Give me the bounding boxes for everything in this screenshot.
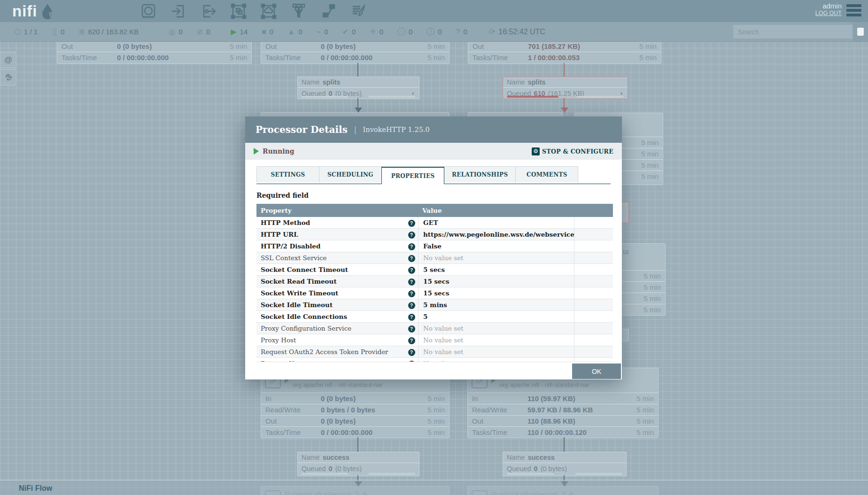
remote-process-group-icon[interactable] (259, 2, 278, 21)
connection-line (564, 437, 565, 452)
up-arrow-icon: ↑ (397, 28, 405, 36)
property-row[interactable]: Socket Connect Timeout?5 secs (256, 264, 613, 276)
breadcrumb[interactable]: NiFi Flow (19, 484, 52, 493)
property-value[interactable]: 15 secs (418, 276, 574, 287)
help-icon[interactable]: ? (408, 302, 415, 309)
template-icon[interactable] (319, 2, 338, 21)
help-icon[interactable]: ? (408, 255, 415, 262)
queue-size-bar (507, 96, 558, 98)
connection-label-splits-left[interactable]: Namesplits Queued0(0 bytes)◐ (297, 77, 419, 99)
help-icon[interactable]: ? (408, 278, 415, 286)
not-transmitting-status: ⊘0 (197, 27, 210, 36)
ok-button[interactable]: OK (572, 364, 621, 379)
help-icon[interactable]: ? (408, 290, 415, 297)
property-value[interactable]: No value set (418, 358, 574, 362)
connection-label-success-right[interactable]: Namesuccess Queued0(0 bytes) (503, 452, 627, 476)
property-row[interactable]: Request OAuth2 Access Token Provider?No … (256, 346, 613, 358)
process-group-icon[interactable] (229, 2, 248, 21)
property-value[interactable]: No value set (418, 334, 574, 346)
help-icon[interactable]: ? (408, 220, 415, 227)
tab-comments[interactable]: COMMENTS (515, 166, 578, 183)
user-area: admin LOG OUT (815, 2, 842, 16)
label-icon[interactable] (349, 2, 368, 21)
refresh-icon[interactable]: ⟳ (489, 27, 495, 36)
property-value[interactable]: No value set (418, 346, 574, 357)
property-value[interactable]: No value set (418, 323, 574, 334)
transmitting-status: ◎0 (169, 27, 182, 36)
property-value[interactable]: No value set (418, 252, 574, 263)
processor-top-mid[interactable]: Out0 (0 bytes)5 min Tasks/Time0 / 00:00:… (261, 40, 450, 64)
global-menu-button[interactable] (846, 4, 861, 17)
processor-top-left[interactable]: Out0 (0 bytes)5 min Tasks/Time0 / 00:00:… (57, 40, 252, 64)
stat-row: Tasks/Time0 / 00:00:00.0005 min (261, 426, 449, 438)
stat-row: Out0 (0 bytes)5 min (57, 41, 251, 52)
property-extra-cell (574, 264, 613, 275)
disabled-bolt-icon: ⌁ (316, 27, 321, 36)
connection-label-success-left[interactable]: Namesuccess Queued0(0 bytes) (297, 452, 419, 476)
help-icon[interactable]: ? (408, 349, 415, 356)
funnel-icon[interactable] (289, 2, 308, 21)
asterisk-icon: ✳ (370, 27, 376, 36)
connection-label-splits-right[interactable]: Namesplits Queued610(161.25 KB)◐ (503, 77, 628, 99)
property-help-cell: ? (405, 254, 418, 262)
birdseye-icon: @ (4, 55, 12, 65)
dialog-header: Processor Details | InvokeHTTP 1.25.0 (245, 116, 622, 143)
queue-bytes-bar (368, 473, 415, 475)
property-extra-cell (574, 229, 613, 240)
property-help-cell: ? (405, 336, 418, 344)
navigate-palette-button[interactable]: @ (0, 52, 16, 68)
property-row[interactable]: Socket Write Timeout?15 secs (256, 287, 613, 299)
help-icon[interactable]: ? (408, 232, 415, 239)
property-value[interactable]: https://www.pegelonline.wsv.de/webservic… (418, 229, 574, 240)
connection-line-red (564, 63, 565, 77)
help-icon[interactable]: ? (408, 267, 415, 274)
operate-palette-button[interactable] (0, 69, 16, 85)
play-icon: ▶ (231, 27, 236, 36)
property-value[interactable]: 5 mins (418, 299, 574, 310)
property-value[interactable]: 15 secs (418, 287, 574, 299)
property-row[interactable]: Proxy Configuration Service?No value set (256, 323, 613, 334)
property-row[interactable]: Socket Read Timeout?15 secs (256, 276, 613, 287)
property-row[interactable]: HTTP URL?https://www.pegelonline.wsv.de/… (256, 229, 613, 240)
tab-properties[interactable]: PROPERTIES (381, 167, 444, 184)
help-icon[interactable]: ? (408, 361, 415, 363)
tab-settings[interactable]: SETTINGS (256, 166, 319, 183)
property-row[interactable]: Request Username?No value set (256, 358, 613, 362)
output-port-icon[interactable] (199, 2, 218, 21)
property-row[interactable]: HTTP/2 Disabled?False (256, 240, 613, 252)
logout-link[interactable]: LOG OUT (815, 10, 842, 16)
property-help-cell: ? (405, 325, 418, 333)
help-icon[interactable]: ? (408, 337, 415, 344)
property-name: Socket Idle Connections (256, 313, 405, 320)
property-value[interactable]: 5 secs (418, 264, 574, 275)
property-value[interactable]: GET (418, 217, 574, 228)
property-row[interactable]: Proxy Host?No value set (256, 334, 613, 346)
help-icon[interactable]: ? (408, 243, 415, 250)
help-icon[interactable]: ? (408, 325, 415, 333)
property-extra-cell (574, 334, 613, 346)
property-value[interactable]: 5 (418, 311, 574, 322)
stop-and-configure-button[interactable]: ⚙ STOP & CONFIGURE (532, 147, 613, 155)
property-value[interactable]: False (418, 240, 574, 252)
exclamation-icon: ! (426, 28, 434, 36)
search-input[interactable] (733, 25, 852, 39)
property-row[interactable]: SSL Context Service?No value set (256, 252, 613, 264)
processor-top-right[interactable]: Out701 (185.27 KB)5 min Tasks/Time1 / 00… (468, 40, 661, 64)
property-row[interactable]: HTTP Method?GET (256, 217, 613, 229)
property-name: Socket Write Timeout (256, 289, 405, 297)
dialog-body: SETTINGS SCHEDULING PROPERTIES RELATIONS… (245, 160, 622, 379)
property-row[interactable]: Socket Idle Timeout?5 mins (256, 299, 613, 311)
help-icon[interactable]: ? (408, 314, 415, 321)
tab-relationships[interactable]: RELATIONSHIPS (444, 166, 516, 183)
tab-scheduling[interactable]: SCHEDULING (319, 166, 382, 183)
processor-component-icon[interactable] (139, 2, 158, 21)
queue-list-icon: ≣ (78, 27, 85, 36)
input-port-icon[interactable] (169, 2, 188, 21)
nifi-logo-text: nifi (12, 2, 37, 20)
properties-table-header: Property Value (256, 204, 613, 217)
property-help-cell: ? (405, 219, 418, 227)
property-row[interactable]: Socket Idle Connections?5 (256, 311, 613, 323)
search-scope-button[interactable] (853, 22, 868, 41)
connection-queued: Queued0(0 bytes) (298, 463, 419, 474)
queue-size-bar (302, 96, 349, 98)
